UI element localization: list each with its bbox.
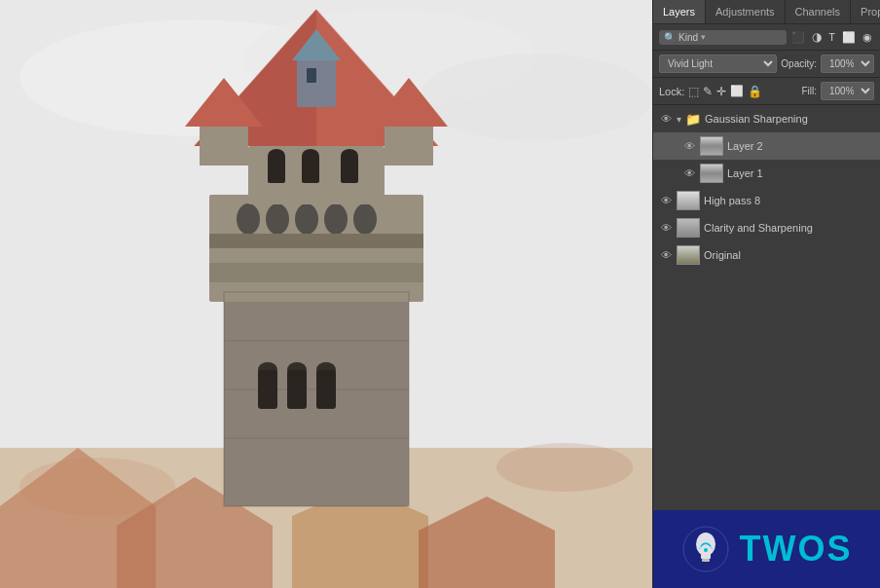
layer-group-gaussian[interactable]: 👁 ▾ 📁 Gaussian Sharpening [653,105,880,132]
svg-rect-40 [385,127,433,165]
smart-filter-icon[interactable]: ◉ [861,29,874,46]
lock-all-icon[interactable]: 🔒 [748,85,762,98]
svg-point-14 [237,203,260,235]
layer-thumb-layer2 [700,136,723,156]
layer-name-highpass: High pass 8 [704,195,760,206]
svg-rect-38 [200,127,248,165]
svg-point-29 [268,149,285,163]
layer-item-clarity[interactable]: 👁 Clarity and Sharpening [653,214,880,241]
brand-logo-icon [681,525,730,573]
layer-name-gaussian: Gaussian Sharpening [705,113,808,125]
visibility-highpass-icon[interactable]: 👁 [659,194,673,207]
svg-rect-19 [209,234,423,248]
brand-text: TWOS [740,529,853,570]
right-panel: Layers Adjustments Channels Properties 🔍… [652,0,880,588]
opacity-dropdown[interactable]: 100% [821,55,874,73]
canvas-area [0,0,652,588]
layer-name-layer2: Layer 2 [727,140,763,152]
layer-thumb-original [677,245,700,265]
svg-point-17 [324,203,348,235]
svg-rect-51 [702,559,710,562]
layer-item-highpass[interactable]: 👁 High pass 8 [653,187,880,214]
svg-rect-44 [307,68,316,83]
tab-layers[interactable]: Layers [653,0,706,23]
dropdown-arrow: ▾ [701,32,706,42]
group-arrow-gaussian[interactable]: ▾ [677,114,681,125]
svg-point-52 [704,548,708,552]
svg-point-15 [266,203,289,235]
svg-point-22 [258,362,277,378]
text-filter-icon[interactable]: T [826,29,837,45]
svg-point-16 [295,203,318,235]
svg-point-46 [19,458,175,516]
lock-artboard-icon[interactable]: ⬜ [730,85,744,97]
svg-point-33 [341,149,358,163]
lock-transparent-icon[interactable]: ⬚ [688,85,699,98]
svg-point-24 [287,362,307,378]
lock-position-icon[interactable]: ✛ [716,85,726,98]
filter-toolbar: 🔍 Kind ▾ ⬛ ◑ T ⬜ ◉ [653,24,880,51]
pixel-filter-icon[interactable]: ⬛ [789,29,807,46]
layer-item-layer1[interactable]: 👁 Layer 1 [653,160,880,187]
svg-rect-50 [701,554,711,559]
kind-filter-box[interactable]: 🔍 Kind ▾ [659,30,787,45]
svg-point-26 [316,362,336,378]
layer-thumb-clarity [677,218,700,238]
svg-rect-42 [297,58,336,107]
svg-point-3 [419,54,652,141]
layer-name-original: Original [704,249,741,261]
tab-adjustments[interactable]: Adjustments [706,0,786,23]
lock-image-icon[interactable]: ✎ [703,85,713,98]
layers-list: 👁 ▾ 📁 Gaussian Sharpening 👁 Layer 2 👁 La… [653,105,880,510]
visibility-layer2-icon[interactable]: 👁 [682,139,696,153]
layer-item-layer2[interactable]: 👁 Layer 2 [653,132,880,160]
layer-thumb-layer1 [700,164,723,183]
shape-filter-icon[interactable]: ⬜ [840,29,858,46]
adjust-filter-icon[interactable]: ◑ [810,28,824,46]
layer-name-clarity: Clarity and Sharpening [704,222,813,234]
svg-point-47 [496,443,633,492]
layer-thumb-highpass [677,191,700,210]
layer-item-original[interactable]: 👁 Original [653,241,880,269]
locks-label: Lock: [659,86,684,97]
search-icon: 🔍 [664,32,676,43]
svg-rect-20 [209,263,423,282]
svg-point-18 [353,203,377,235]
visibility-gaussian-icon[interactable]: 👁 [659,112,673,126]
svg-point-31 [302,149,319,163]
visibility-layer1-icon[interactable]: 👁 [682,166,696,180]
layer-name-layer1: Layer 1 [727,167,763,179]
opacity-label: Opacity: [781,58,817,69]
tab-properties[interactable]: Properties [851,0,880,23]
blend-mode-dropdown[interactable]: Vivid Light [659,55,777,73]
fill-label: Fill: [801,86,817,96]
locks-row: Lock: ⬚ ✎ ✛ ⬜ 🔒 Fill: 100% [653,78,880,105]
blend-mode-row: Vivid Light Opacity: 100% [653,51,880,78]
folder-icon-gaussian: 📁 [685,112,701,127]
kind-label: Kind [678,32,698,43]
branding-bar: TWOS [653,510,880,588]
fill-dropdown[interactable]: 100% [821,82,874,100]
visibility-original-icon[interactable]: 👁 [659,248,673,262]
tabs-row: Layers Adjustments Channels Properties [653,0,880,24]
visibility-clarity-icon[interactable]: 👁 [659,221,673,235]
tab-channels[interactable]: Channels [786,0,851,23]
